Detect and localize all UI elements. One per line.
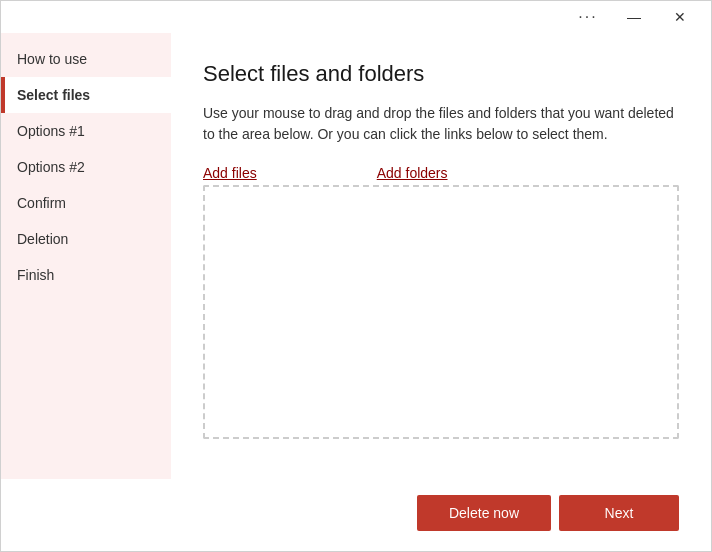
minimize-icon: —	[627, 9, 641, 25]
sidebar-item-deletion[interactable]: Deletion	[1, 221, 171, 257]
add-folders-link[interactable]: Add folders	[377, 165, 448, 181]
sidebar: How to use Select files Options #1 Optio…	[1, 33, 171, 479]
sidebar-item-label: Confirm	[17, 195, 66, 211]
sidebar-item-select-files[interactable]: Select files	[1, 77, 171, 113]
close-button[interactable]: ✕	[657, 1, 703, 33]
bottom-bar: Delete now Next	[1, 479, 711, 551]
sidebar-item-label: Select files	[17, 87, 90, 103]
delete-now-button[interactable]: Delete now	[417, 495, 551, 531]
sidebar-item-label: Options #2	[17, 159, 85, 175]
sidebar-item-confirm[interactable]: Confirm	[1, 185, 171, 221]
page-title: Select files and folders	[203, 61, 679, 87]
add-files-link[interactable]: Add files	[203, 165, 257, 181]
sidebar-item-label: Options #1	[17, 123, 85, 139]
minimize-button[interactable]: —	[611, 1, 657, 33]
content-area: How to use Select files Options #1 Optio…	[1, 33, 711, 479]
sidebar-item-options-1[interactable]: Options #1	[1, 113, 171, 149]
sidebar-item-how-to-use[interactable]: How to use	[1, 41, 171, 77]
next-button[interactable]: Next	[559, 495, 679, 531]
more-dots-icon: ···	[578, 8, 597, 26]
main-panel: Select files and folders Use your mouse …	[171, 33, 711, 479]
title-bar: ··· — ✕	[1, 1, 711, 33]
links-row: Add files Add folders	[203, 165, 679, 181]
sidebar-item-label: Finish	[17, 267, 54, 283]
sidebar-item-finish[interactable]: Finish	[1, 257, 171, 293]
close-icon: ✕	[674, 9, 686, 25]
more-options-button[interactable]: ···	[565, 1, 611, 33]
sidebar-item-label: Deletion	[17, 231, 68, 247]
window-controls: ··· — ✕	[565, 1, 703, 33]
main-window: ··· — ✕ How to use Select files Options …	[0, 0, 712, 552]
drop-zone[interactable]	[203, 185, 679, 439]
sidebar-item-options-2[interactable]: Options #2	[1, 149, 171, 185]
description-text: Use your mouse to drag and drop the file…	[203, 103, 679, 145]
how-to-use-link[interactable]: How to use	[17, 51, 87, 67]
